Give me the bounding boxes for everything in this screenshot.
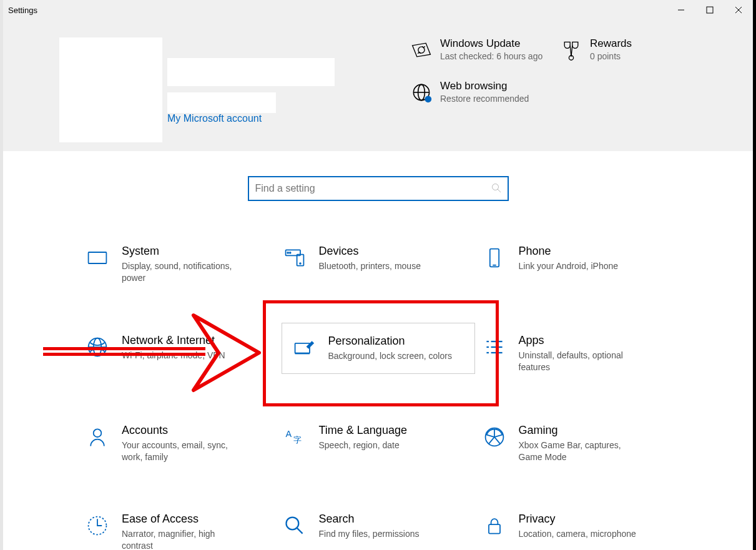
- category-title: System: [122, 245, 247, 258]
- category-title: Personalization: [328, 335, 452, 348]
- category-subtitle: Display, sound, notifications, power: [122, 260, 247, 284]
- category-subtitle: Background, lock screen, colors: [328, 350, 452, 362]
- user-email-redacted: [167, 92, 276, 113]
- category-subtitle: Speech, region, date: [319, 440, 407, 451]
- gaming-icon: [481, 424, 508, 450]
- windows-update-icon: [409, 37, 434, 62]
- search-category-icon: [282, 513, 308, 539]
- user-name-redacted: [167, 58, 335, 86]
- privacy-icon: [481, 513, 508, 539]
- category-search[interactable]: Search Find my files, permissions: [282, 513, 475, 550]
- category-ease-of-access[interactable]: Ease of Access Narrator, magnifier, high…: [84, 513, 275, 550]
- system-icon: [84, 245, 110, 271]
- accounts-icon: [84, 424, 110, 450]
- svg-line-37: [297, 528, 302, 534]
- windows-update-block[interactable]: Windows Update Last checked: 6 hours ago: [440, 37, 559, 61]
- svg-rect-38: [489, 525, 500, 534]
- category-title: Accounts: [122, 424, 247, 437]
- web-browsing-title: Web browsing: [440, 80, 559, 92]
- svg-rect-1: [707, 7, 713, 13]
- search-box[interactable]: [248, 176, 509, 201]
- category-subtitle: Location, camera, microphone: [519, 528, 636, 540]
- web-browsing-block[interactable]: Web browsing Restore recommended: [440, 80, 559, 104]
- category-apps[interactable]: Apps Uninstall, defaults, optional featu…: [481, 334, 672, 374]
- category-gaming[interactable]: Gaming Xbox Game Bar, captures, Game Mod…: [481, 424, 672, 463]
- category-system[interactable]: System Display, sound, notifications, po…: [84, 245, 275, 284]
- devices-icon: [282, 245, 308, 271]
- svg-point-8: [425, 96, 431, 102]
- category-title: Gaming: [519, 424, 644, 437]
- category-subtitle: Find my files, permissions: [319, 528, 420, 540]
- svg-point-14: [287, 252, 288, 253]
- category-personalization[interactable]: Personalization Background, lock screen,…: [282, 323, 475, 374]
- category-subtitle: Wi-Fi, airplane mode, VPN: [122, 350, 225, 361]
- time-language-icon: A字: [282, 424, 308, 450]
- windows-update-subtitle: Last checked: 6 hours ago: [440, 51, 546, 61]
- category-network[interactable]: Network & Internet Wi-Fi, airplane mode,…: [84, 334, 275, 374]
- category-time-language[interactable]: A字 Time & Language Speech, region, date: [282, 424, 475, 463]
- category-title: Privacy: [519, 513, 636, 526]
- svg-line-10: [498, 189, 501, 192]
- svg-point-15: [289, 252, 290, 253]
- rewards-subtitle: 0 points: [590, 51, 690, 61]
- network-icon: [84, 334, 110, 360]
- category-subtitle: Uninstall, defaults, optional features: [519, 350, 644, 373]
- category-devices[interactable]: Devices Bluetooth, printers, mouse: [282, 245, 475, 284]
- category-phone[interactable]: Phone Link your Android, iPhone: [481, 245, 672, 284]
- user-avatar[interactable]: [59, 37, 162, 142]
- search-input[interactable]: [255, 183, 480, 194]
- svg-rect-11: [89, 252, 107, 263]
- svg-point-17: [300, 263, 301, 264]
- rewards-block[interactable]: Rewards 0 points: [590, 37, 690, 61]
- category-subtitle: Link your Android, iPhone: [519, 260, 619, 272]
- category-title: Search: [319, 513, 420, 526]
- rewards-title: Rewards: [590, 37, 690, 50]
- window-title: Settings: [8, 6, 37, 15]
- svg-rect-18: [489, 249, 498, 267]
- personalization-icon: [291, 335, 317, 361]
- category-accounts[interactable]: Accounts Your accounts, email, sync, wor…: [84, 424, 275, 463]
- svg-point-31: [94, 429, 102, 437]
- category-title: Phone: [519, 245, 619, 258]
- svg-text:A: A: [285, 429, 292, 439]
- search-icon[interactable]: [491, 183, 501, 195]
- ease-of-access-icon: [84, 513, 110, 539]
- web-browsing-icon: [409, 80, 434, 105]
- category-title: Devices: [319, 245, 421, 258]
- close-button[interactable]: [724, 0, 753, 20]
- category-subtitle: Bluetooth, printers, mouse: [319, 260, 421, 272]
- category-subtitle: Your accounts, email, sync, work, family: [122, 440, 247, 463]
- category-title: Ease of Access: [122, 513, 247, 526]
- web-browsing-subtitle: Restore recommended: [440, 94, 546, 104]
- svg-rect-23: [295, 343, 309, 353]
- apps-icon: [481, 334, 508, 360]
- category-subtitle: Xbox Game Bar, captures, Game Mode: [519, 440, 644, 463]
- category-privacy[interactable]: Privacy Location, camera, microphone: [481, 513, 672, 550]
- svg-point-36: [286, 518, 298, 530]
- category-title: Network & Internet: [122, 334, 225, 347]
- category-title: Apps: [519, 334, 644, 347]
- phone-icon: [481, 245, 508, 271]
- microsoft-account-link[interactable]: My Microsoft account: [167, 113, 335, 124]
- rewards-icon: [559, 37, 584, 62]
- minimize-button[interactable]: [667, 0, 695, 20]
- svg-text:字: 字: [293, 435, 302, 444]
- category-title: Time & Language: [319, 424, 407, 437]
- windows-update-title: Windows Update: [440, 37, 559, 50]
- header-panel: My Microsoft account Windows Update Last…: [3, 20, 753, 151]
- title-bar: Settings: [3, 0, 753, 20]
- category-subtitle: Narrator, magnifier, high contrast: [122, 528, 247, 550]
- maximize-button[interactable]: [695, 0, 724, 20]
